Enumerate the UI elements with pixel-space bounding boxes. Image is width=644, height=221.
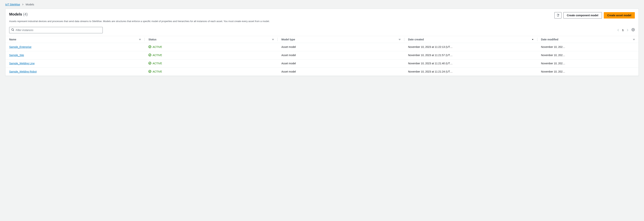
model-name-link[interactable]: Sample_Welding Robot <box>9 70 37 73</box>
column-header-date-modified[interactable]: Date modified <box>537 36 638 43</box>
status-badge: ACTIVE <box>148 70 162 73</box>
model-type-cell: Asset model <box>278 43 404 51</box>
filter-input[interactable] <box>16 29 101 32</box>
date-created-cell: November 10, 2023 at 11:21:57 (UT… <box>404 51 537 59</box>
status-badge: ACTIVE <box>148 62 162 65</box>
sort-icon <box>139 38 141 40</box>
sort-icon <box>633 38 635 40</box>
date-created-cell: November 10, 2023 at 11:22:13 (UT… <box>404 43 537 51</box>
sort-icon <box>399 38 400 40</box>
paginator: 1 <box>617 28 635 32</box>
status-text: ACTIVE <box>152 45 162 48</box>
create-asset-model-button[interactable]: Create asset model <box>604 12 635 18</box>
sort-icon-active <box>532 38 534 40</box>
date-modified-cell: November 10, 202… <box>537 59 638 67</box>
column-header-model-type-label: Model type <box>282 38 295 41</box>
page-number: 1 <box>622 29 624 32</box>
status-text: ACTIVE <box>152 54 162 57</box>
models-table: Name Status Model type <box>6 36 638 76</box>
table-row: Sample_EnterpriseACTIVEAsset modelNovemb… <box>6 43 638 51</box>
chevron-right-icon <box>22 3 24 6</box>
check-circle-icon <box>148 70 151 73</box>
column-header-name[interactable]: Name <box>6 36 145 43</box>
column-header-date-created-label: Date created <box>408 38 424 41</box>
column-header-date-created[interactable]: Date created <box>404 36 537 43</box>
column-header-status-label: Status <box>148 38 156 41</box>
header-actions: Create component model Create asset mode… <box>554 12 635 18</box>
table-row: Sample_SiteACTIVEAsset modelNovember 10,… <box>6 51 638 59</box>
check-circle-icon <box>148 45 151 49</box>
search-icon <box>11 28 14 32</box>
page-prev-button[interactable] <box>617 29 620 31</box>
filter-input-wrapper[interactable] <box>9 27 103 33</box>
refresh-button[interactable] <box>554 12 562 18</box>
breadcrumb: IoT SiteWise Models <box>5 3 639 6</box>
status-badge: ACTIVE <box>148 45 162 49</box>
refresh-icon <box>556 14 560 17</box>
page-description: Assets represent industrial devices and … <box>9 20 635 23</box>
column-header-date-modified-label: Date modified <box>541 38 558 41</box>
models-panel: Models (4) Create component model Create… <box>5 8 639 76</box>
gear-icon <box>632 28 635 32</box>
page-title: Models (4) <box>9 12 28 16</box>
breadcrumb-current: Models <box>26 3 34 6</box>
table-row: Sample_Welding RobotACTIVEAsset modelNov… <box>6 67 638 76</box>
create-component-model-button[interactable]: Create component model <box>563 12 602 18</box>
svg-point-0 <box>12 29 14 30</box>
svg-point-1 <box>633 29 634 30</box>
date-modified-cell: November 10, 202… <box>537 51 638 59</box>
model-name-link[interactable]: Sample_Welding Line <box>9 62 34 65</box>
model-type-cell: Asset model <box>278 59 404 67</box>
model-type-cell: Asset model <box>278 51 404 59</box>
check-circle-icon <box>148 62 151 65</box>
column-header-model-type[interactable]: Model type <box>278 36 404 43</box>
page-title-text: Models <box>9 12 22 16</box>
model-type-cell: Asset model <box>278 67 404 76</box>
column-header-status[interactable]: Status <box>145 36 278 43</box>
model-name-link[interactable]: Sample_Enterprise <box>9 45 32 48</box>
date-modified-cell: November 10, 202… <box>537 43 638 51</box>
date-created-cell: November 10, 2023 at 11:21:40 (UT… <box>404 59 537 67</box>
status-text: ACTIVE <box>152 70 162 73</box>
breadcrumb-root-link[interactable]: IoT SiteWise <box>5 3 20 6</box>
check-circle-icon <box>148 53 151 57</box>
column-header-name-label: Name <box>9 38 16 41</box>
sort-icon <box>272 38 274 40</box>
date-created-cell: November 10, 2023 at 11:21:24 (UT… <box>404 67 537 76</box>
page-title-count: (4) <box>23 12 28 16</box>
date-modified-cell: November 10, 202… <box>537 67 638 76</box>
status-badge: ACTIVE <box>148 53 162 57</box>
status-text: ACTIVE <box>152 62 162 65</box>
table-row: Sample_Welding LineACTIVEAsset modelNove… <box>6 59 638 67</box>
page-next-button[interactable] <box>626 29 629 31</box>
model-name-link[interactable]: Sample_Site <box>9 54 24 57</box>
settings-button[interactable] <box>632 28 635 32</box>
